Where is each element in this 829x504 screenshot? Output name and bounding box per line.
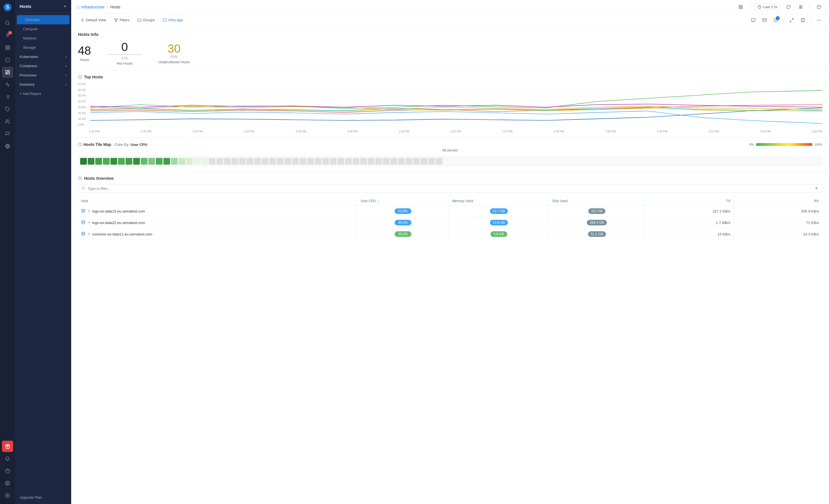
host-link-icon[interactable]: ↗	[87, 209, 90, 213]
server-tile[interactable]	[171, 158, 178, 165]
server-tile[interactable]	[322, 158, 329, 165]
notification-icon[interactable]: 2	[771, 16, 780, 25]
default-view-button[interactable]: Default View	[77, 16, 110, 24]
server-tile[interactable]	[156, 158, 163, 165]
filters-button[interactable]: Filters	[111, 16, 133, 24]
table-row[interactable]: ↗ common-es-data11.eu.sematext.com 35.8%…	[78, 229, 822, 240]
server-tile[interactable]	[110, 158, 117, 165]
server-tile[interactable]	[292, 158, 299, 165]
question-rail-icon[interactable]	[2, 465, 13, 476]
sidebar-header[interactable]: Hosts ▼	[15, 0, 71, 13]
server-tile[interactable]	[345, 158, 352, 165]
refresh-icon[interactable]	[784, 2, 793, 11]
breadcrumb-parent[interactable]: Infrastructure	[81, 5, 104, 9]
server-tile[interactable]	[231, 158, 238, 165]
fullscreen-icon[interactable]	[787, 16, 796, 25]
dashboard-rail-icon[interactable]	[2, 67, 13, 78]
server-tile[interactable]	[186, 158, 193, 165]
server-tile[interactable]	[103, 158, 110, 165]
host-link-icon[interactable]: ↗	[87, 221, 90, 225]
server-tile[interactable]	[148, 158, 155, 165]
server-tile[interactable]	[299, 158, 306, 165]
host-link-icon[interactable]: ↗	[87, 232, 90, 236]
server-tile[interactable]	[428, 158, 435, 165]
bell-rail-icon[interactable]	[2, 453, 13, 464]
search-rail-icon[interactable]	[2, 17, 13, 29]
server-tile[interactable]	[262, 158, 268, 165]
server-tile[interactable]	[194, 158, 201, 165]
sidebar-item-containers[interactable]: Containers ›	[15, 61, 71, 71]
server-tile[interactable]	[436, 158, 442, 165]
server-tile[interactable]	[307, 158, 314, 165]
settings-rail-icon[interactable]	[2, 478, 13, 489]
info-rail-icon[interactable]	[2, 54, 13, 66]
groups-button[interactable]: Groups	[134, 16, 158, 24]
server-tile[interactable]	[277, 158, 284, 165]
server-tile[interactable]	[247, 158, 253, 165]
server-tile[interactable]	[315, 158, 321, 165]
server-tile[interactable]	[209, 158, 216, 165]
server-tile[interactable]	[164, 158, 170, 165]
chart-rail-icon[interactable]	[2, 79, 13, 90]
server-tile[interactable]	[284, 158, 291, 165]
help-icon[interactable]	[815, 2, 823, 11]
server-tile[interactable]	[390, 158, 397, 165]
server-tile[interactable]	[337, 158, 344, 165]
server-tile[interactable]	[133, 158, 140, 165]
puzzle-rail-icon[interactable]	[2, 104, 13, 115]
server-tile[interactable]	[330, 158, 336, 165]
sidebar-item-compute[interactable]: Compute	[15, 24, 71, 34]
server-tile[interactable]	[405, 158, 412, 165]
filter-input[interactable]	[88, 187, 812, 191]
server-tile[interactable]	[88, 158, 95, 165]
flag-rail-icon[interactable]	[2, 128, 13, 140]
server-tile[interactable]	[80, 158, 87, 165]
server-tile[interactable]	[179, 158, 185, 165]
plugin-rail-icon[interactable]	[2, 490, 13, 501]
gift-rail-icon[interactable]	[2, 441, 13, 452]
server-tile[interactable]	[398, 158, 405, 165]
sidebar-item-overview[interactable]: Overview	[17, 15, 70, 24]
server-tile[interactable]	[421, 158, 427, 165]
server-tile[interactable]	[118, 158, 125, 165]
server-tile[interactable]	[383, 158, 390, 165]
time-range-selector[interactable]: Last 1 hr	[754, 3, 781, 10]
apps-icon[interactable]	[736, 2, 745, 11]
server-tile[interactable]	[353, 158, 359, 165]
globe-rail-icon[interactable]	[2, 141, 13, 152]
rx-cell: 206.9 KB/s	[734, 205, 822, 217]
server-tile[interactable]	[375, 158, 382, 165]
app-logo[interactable]: S	[2, 2, 12, 12]
sidebar-item-inventory[interactable]: Inventory ›	[15, 80, 71, 89]
grid-rail-icon[interactable]	[2, 42, 13, 53]
server-tile[interactable]	[413, 158, 420, 165]
split-view-icon[interactable]	[798, 16, 807, 25]
monitor-icon[interactable]	[749, 16, 758, 25]
sidebar-upgrade-plan[interactable]: Upgrade Plan	[15, 491, 71, 504]
server-tile[interactable]	[368, 158, 374, 165]
infra-app-button[interactable]: Infra App	[159, 16, 186, 24]
email-icon[interactable]	[760, 16, 769, 25]
server-tile[interactable]	[216, 158, 223, 165]
users-rail-icon[interactable]	[2, 116, 13, 127]
server-tile[interactable]	[95, 158, 102, 165]
table-row[interactable]: ↗ logs-es-data22.eu.sematext.com 45.3% 1…	[78, 217, 822, 229]
server-tile[interactable]	[224, 158, 231, 165]
rocket-rail-icon[interactable]: 3	[2, 30, 13, 41]
sidebar-item-kubernetes[interactable]: Kubernetes ›	[15, 52, 71, 61]
sidebar-add-report[interactable]: + Add Report	[15, 89, 71, 98]
server-tile[interactable]	[141, 158, 147, 165]
sidebar-item-network[interactable]: Network	[15, 34, 71, 43]
server-tile[interactable]	[254, 158, 261, 165]
sidebar-item-storage[interactable]: Storage	[15, 43, 71, 52]
server-tile[interactable]	[269, 158, 276, 165]
more-options-icon[interactable]	[815, 16, 823, 25]
pause-icon[interactable]	[796, 2, 805, 11]
sidebar-item-processes[interactable]: Processes ›	[15, 71, 71, 80]
server-tile[interactable]	[125, 158, 132, 165]
server-tile[interactable]	[239, 158, 246, 165]
table-row[interactable]: ↗ logs-es-data15.eu.sematext.com 51.8% 1…	[78, 205, 822, 217]
server-tile[interactable]	[360, 158, 367, 165]
server-tile[interactable]	[201, 158, 208, 165]
list-rail-icon[interactable]	[2, 91, 13, 103]
